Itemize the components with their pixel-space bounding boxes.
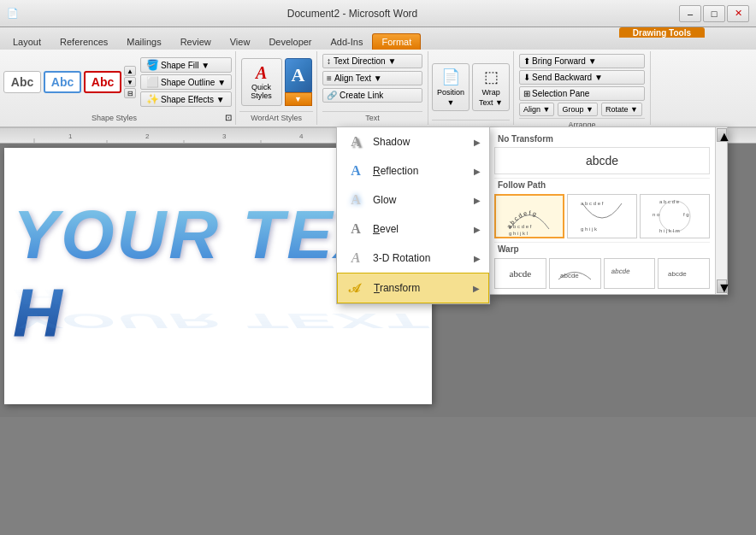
shape-outline-button[interactable]: ⬜ Shape Outline ▼ [140, 74, 232, 90]
reflection-icon: A [346, 161, 366, 181]
warp-cell-1[interactable]: abcde [494, 258, 546, 289]
shape-fill-button[interactable]: 🪣 Shape Fill ▼ [140, 57, 232, 73]
bevel-label: Bevel [373, 223, 399, 235]
bevel-icon: A [346, 219, 366, 239]
text-direction-button[interactable]: ↕Text Direction ▼ [322, 54, 422, 68]
bring-forward-button[interactable]: ⬆Bring Forward ▼ [519, 54, 645, 68]
transform-circle[interactable]: a b c d e f g h i j k l m n o [640, 194, 710, 238]
wrap-text-button[interactable]: ⬚ Wrap Text ▼ [472, 63, 510, 111]
warp-cell-3[interactable]: abcde [604, 258, 656, 289]
transform-arc-up[interactable]: a b c d e f g a b c d e f g h i j k l [494, 194, 564, 238]
rotate-button[interactable]: Rotate ▼ [601, 103, 642, 116]
send-backward-button[interactable]: ⬇Send Backward ▼ [519, 70, 645, 85]
no-transform-label: No Transform [494, 132, 710, 145]
window-title: Document2 - Microsoft Word [26, 8, 679, 20]
selection-pane-button[interactable]: ⊞Selection Pane [519, 86, 645, 101]
menu-item-transform[interactable]: 𝒜 Transform ▶ [337, 273, 489, 303]
tab-view[interactable]: View [221, 33, 260, 50]
tab-format[interactable]: Format [372, 33, 421, 50]
glow-label: Glow [373, 194, 396, 206]
3d-rotation-arrow: ▶ [474, 254, 481, 263]
shadow-arrow: ▶ [474, 138, 481, 147]
tab-developer[interactable]: Developer [259, 33, 321, 50]
tab-layout[interactable]: Layout [3, 33, 50, 50]
warp-cell-2[interactable]: abcde [549, 258, 601, 289]
no-transform-option[interactable]: abcde [494, 147, 710, 174]
align-button[interactable]: Align ▼ [519, 103, 554, 116]
transform-icon: 𝒜 [346, 278, 367, 298]
menu-item-glow[interactable]: A Glow ▶ [337, 185, 489, 215]
swatch-scroll-more[interactable]: ▼ [124, 77, 136, 87]
create-link-button[interactable]: 🔗Create Link [322, 88, 422, 103]
transform-scrollbar[interactable]: ▲ ▼ [715, 127, 727, 294]
shadow-label: Shadow [373, 136, 410, 148]
warp-label: Warp [494, 242, 710, 256]
menu-item-bevel[interactable]: A Bevel ▶ [337, 215, 489, 244]
quick-styles-button[interactable]: A Quick Styles [241, 58, 282, 106]
svg-text:4: 4 [299, 132, 304, 140]
tab-review[interactable]: Review [171, 33, 221, 50]
svg-text:abcde: abcde [560, 272, 579, 279]
tab-addins[interactable]: Add-Ins [322, 33, 373, 50]
follow-path-grid: a b c d e f g a b c d e f g h i j k l a … [494, 194, 710, 238]
minimize-button[interactable]: – [679, 5, 701, 22]
svg-text:h i j k l m: h i j k l m [659, 228, 680, 233]
wordart-styles-label: WordArt Styles [239, 111, 313, 122]
warp-cell-4[interactable]: abcde [658, 258, 710, 289]
shape-effects-button[interactable]: ✨ Shape Effects ▼ [140, 91, 232, 107]
shape-swatch-blue[interactable]: Abc [44, 71, 81, 93]
ribbon: Abc Abc Abc ▲ ▼ ⊟ 🪣 Shape Fill ▼ ⬜ Shape… [0, 50, 756, 128]
menu-item-shadow[interactable]: A Shadow ▶ [337, 127, 489, 156]
drawing-tools-label: Drawing Tools [619, 27, 705, 38]
maximize-button[interactable]: □ [703, 5, 725, 22]
title-bar: 📄 Document2 - Microsoft Word – □ ✕ [0, 0, 756, 27]
svg-text:abcde: abcde [611, 268, 631, 275]
glow-icon: A [346, 190, 366, 210]
3d-rotation-label: 3-D Rotation [373, 252, 430, 264]
shape-swatch-default[interactable]: Abc [3, 71, 41, 93]
reflection-label: Reflection [373, 165, 418, 177]
menu-item-reflection[interactable]: A Reflection ▶ [337, 156, 489, 185]
scroll-down-button[interactable]: ▼ [717, 279, 727, 293]
shape-styles-expand[interactable]: ⊡ [225, 113, 232, 122]
svg-text:a b c d e f: a b c d e f [509, 224, 532, 229]
svg-text:f g: f g [683, 212, 689, 217]
follow-path-label: Follow Path [494, 178, 710, 191]
position-button[interactable]: 📄 Position ▼ [432, 63, 470, 111]
reflection-arrow: ▶ [474, 167, 481, 176]
3d-rotation-icon: A [346, 248, 366, 268]
svg-text:g h i j k l: g h i j k l [509, 231, 528, 236]
text-section-label: Text [322, 111, 422, 122]
window-controls[interactable]: – □ ✕ [679, 5, 749, 22]
svg-text:2: 2 [145, 132, 150, 140]
group-button[interactable]: Group ▼ [558, 103, 597, 116]
svg-text:n o: n o [653, 212, 660, 217]
svg-text:3: 3 [222, 132, 227, 140]
glow-arrow: ▶ [474, 196, 481, 205]
close-button[interactable]: ✕ [727, 5, 749, 22]
transform-label: Transform [374, 282, 420, 294]
transform-panel: ▲ ▼ No Transform abcde Follow Path a b c… [488, 126, 728, 295]
tab-references[interactable]: References [50, 33, 117, 50]
arrange-label-1 [432, 120, 510, 122]
shape-styles-label: Shape Styles [3, 112, 225, 122]
bevel-arrow: ▶ [474, 225, 481, 234]
shape-swatch-red[interactable]: Abc [84, 71, 121, 93]
svg-text:a b c d e: a b c d e [659, 199, 680, 204]
shadow-icon: A [346, 132, 366, 152]
tab-mailings[interactable]: Mailings [117, 33, 170, 50]
menu-item-3d-rotation[interactable]: A 3-D Rotation ▶ [337, 244, 489, 273]
svg-text:abcde: abcde [668, 270, 687, 278]
swatch-scroll-expand[interactable]: ⊟ [124, 88, 136, 98]
svg-text:1: 1 [68, 132, 73, 140]
svg-text:a b c d e f: a b c d e f [581, 201, 604, 206]
align-text-button[interactable]: ≡Align Text ▼ [322, 71, 422, 85]
transform-arrow: ▶ [473, 284, 480, 293]
transform-arc-down[interactable]: a b c d e f g h i j k [567, 194, 637, 238]
wordart-dropdown-menu: A Shadow ▶ A Reflection ▶ A Glow ▶ A Bev… [336, 126, 490, 304]
wordart-a-button[interactable]: A ▼ [285, 58, 312, 106]
scroll-up-button[interactable]: ▲ [717, 128, 727, 142]
svg-text:g h i j k: g h i j k [581, 226, 598, 232]
warp-grid: abcde abcde abcde abcde [494, 258, 710, 289]
swatch-scroll-up[interactable]: ▲ [124, 66, 136, 76]
